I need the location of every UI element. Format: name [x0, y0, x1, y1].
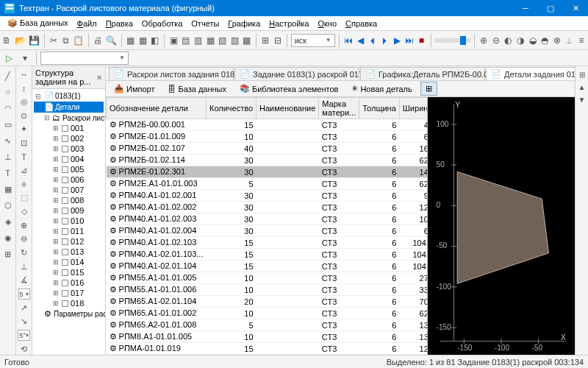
tree-item[interactable]: ⊞010: [34, 216, 104, 226]
grid-header[interactable]: Наименование: [257, 98, 319, 119]
library-button[interactable]: 📚 Библиотека элементов: [234, 82, 343, 96]
project-tree[interactable]: ⊟📄0183(1)📄Детали⊟🗂Раскрои листов⊞001⊞002…: [32, 89, 105, 355]
print-icon[interactable]: 🖨: [93, 33, 104, 48]
tree-item[interactable]: ⊞016: [34, 277, 104, 288]
slider-1[interactable]: [434, 38, 470, 43]
table-row[interactable]: ⚙ РПМ40.А1-02.01.10415СТ36104.5: [107, 261, 429, 272]
rr-b[interactable]: ▲: [577, 82, 587, 92]
table-row[interactable]: ⚙ РПМ2Б-01.02.10740СТ36166: [107, 143, 429, 155]
document-tab[interactable]: 📄Задание 0183(1) раскрой 017 •✕: [234, 67, 359, 80]
rr-c[interactable]: ▼: [577, 94, 587, 105]
table-row[interactable]: ⚙ РПМ2Е-01.02.30130СТ36144: [107, 166, 429, 178]
tb-d[interactable]: ▣: [168, 33, 179, 48]
rail2-p[interactable]: ∡: [18, 275, 31, 286]
tb-b[interactable]: ▦: [137, 33, 148, 48]
rail2-f[interactable]: ⊡: [18, 138, 31, 149]
menu-help[interactable]: Справка: [341, 18, 381, 29]
table-row[interactable]: ⚙ РПМ8.А1-01.01.00510СТ36130: [107, 331, 429, 343]
play-icon[interactable]: ▷: [1, 51, 16, 66]
menu-settings[interactable]: Настройка: [265, 18, 313, 29]
table-row[interactable]: ⚙ РПМ65.А1-01.01.00210СТ36620: [107, 308, 429, 319]
tb-h[interactable]: ▧: [217, 33, 228, 48]
tree-item[interactable]: ⊞001: [34, 123, 104, 133]
open-icon[interactable]: 📂: [14, 33, 26, 48]
rail2-d[interactable]: ⊙: [18, 110, 31, 121]
parts-grid[interactable]: Обозначение деталиКоличествоНаименование…: [106, 97, 428, 355]
tb-p[interactable]: ◑: [515, 33, 526, 48]
table-row[interactable]: ⚙ РПМ2Е-01.01.00910СТ3660: [107, 131, 429, 143]
rail2-r[interactable]: ↘: [18, 316, 31, 328]
grid-header[interactable]: Толщина: [359, 98, 400, 119]
new-icon[interactable]: 🗎: [1, 33, 12, 48]
menu-graphics[interactable]: Графика: [223, 18, 265, 29]
table-row[interactable]: ⚙ РПМ65.А1-02.01.10420СТ36700: [107, 296, 429, 308]
grid-header[interactable]: Марка матери...: [319, 98, 359, 119]
tb-m[interactable]: ⊕: [478, 33, 490, 48]
table-row[interactable]: ⚙ РПМ40.А1-01.02.00230СТ36125: [107, 202, 429, 213]
tree-item[interactable]: ⊞003: [34, 144, 104, 154]
tree-item[interactable]: ⊞017: [34, 288, 104, 298]
grid-header[interactable]: Обозначение детали: [107, 98, 207, 119]
maximize-button[interactable]: ▢: [538, 0, 563, 16]
combo-2[interactable]: ▼: [40, 52, 129, 65]
rail2-j[interactable]: ⬚: [18, 193, 31, 204]
combo-search[interactable]: иск▼: [291, 34, 335, 47]
rail-arc-icon[interactable]: ◠: [1, 102, 15, 115]
tree-close-icon[interactable]: ✕: [96, 74, 102, 82]
rail2-k[interactable]: ◇: [18, 206, 31, 217]
tree-item[interactable]: ⊞008: [34, 195, 104, 205]
tree-item[interactable]: ⊞014: [34, 257, 104, 267]
tree-item[interactable]: ⊞007: [34, 185, 104, 195]
tb-n[interactable]: ⊖: [491, 33, 502, 48]
table-row[interactable]: ⚙ РПМ55.А1-01.01.00610СТ36336: [107, 284, 429, 296]
table-row[interactable]: ⚙ РПМ40.А1-01.02.00130СТ3690: [107, 190, 429, 202]
dd-icon[interactable]: ▾: [18, 51, 32, 66]
nav-prev-icon[interactable]: ◀: [355, 33, 366, 48]
rail2-combo2[interactable]: 5°▾: [18, 330, 30, 341]
rail-a[interactable]: ⬡: [1, 199, 15, 212]
save-icon[interactable]: 💾: [28, 33, 40, 48]
tb-u[interactable]: ≡: [576, 33, 587, 48]
table-row[interactable]: ⚙ РПМ2Б-00.00.00115СТ3640: [107, 119, 429, 131]
tree-item[interactable]: ⊞018: [34, 298, 104, 308]
rail2-g[interactable]: T: [18, 152, 31, 163]
nav-next-icon[interactable]: ▶: [392, 33, 403, 48]
menu-db[interactable]: 📦 База данных: [3, 17, 73, 29]
nav-first-icon[interactable]: ⏮: [343, 33, 354, 48]
tb-k[interactable]: ⊞: [260, 33, 271, 48]
rail2-c[interactable]: ◎: [18, 96, 31, 107]
rail2-combo1[interactable]: 5▾: [18, 289, 30, 300]
new-part-button[interactable]: ✳ Новая деталь: [346, 82, 417, 96]
tb-c[interactable]: ◧: [150, 33, 161, 48]
table-row[interactable]: ⚙ РПМ55.А1-01.01.00510СТ36274: [107, 272, 429, 284]
paste-icon[interactable]: 📋: [72, 33, 85, 48]
rail-d[interactable]: ⊞: [1, 247, 15, 261]
table-row[interactable]: ⚙ РПМ40.А1-02.01.103...15СТ36104.5: [107, 249, 429, 261]
tb-t[interactable]: ⟂: [564, 33, 575, 48]
close-button[interactable]: ✕: [563, 0, 588, 16]
rail2-a[interactable]: ↔: [18, 69, 31, 80]
document-tab[interactable]: 📄Графика:Деталь РПМ2Б-00.00.001✕: [360, 67, 485, 80]
document-tab[interactable]: 📄Детали задания 0183(1)✕: [486, 67, 575, 80]
table-row[interactable]: ⚙ РПМ40.А1-01.02.00330СТ36100: [107, 213, 429, 225]
rail2-i[interactable]: ≡: [18, 179, 31, 190]
document-tab[interactable]: 📄Раскрои листов задания 0183(1)✕: [109, 67, 234, 80]
rail2-l[interactable]: ⊕: [18, 220, 31, 231]
table-row[interactable]: ⚙ РПМ65.А2-01.01.0085СТ36130: [107, 319, 429, 331]
tree-details[interactable]: 📄Детали: [34, 102, 104, 113]
tb-q[interactable]: ◒: [527, 33, 538, 48]
tree-item[interactable]: ⊞011: [34, 226, 104, 236]
tree-item[interactable]: ⊞006: [34, 174, 104, 185]
rail2-b[interactable]: ↕: [18, 83, 31, 94]
view-mode-button[interactable]: ⊞: [420, 82, 437, 96]
tree-item[interactable]: ⊞009: [34, 205, 104, 216]
rail-curve-icon[interactable]: ∿: [1, 134, 15, 147]
nav-back-icon[interactable]: ⏴: [368, 33, 379, 48]
rail2-m[interactable]: ⊖: [18, 234, 31, 245]
stop-icon[interactable]: ■: [416, 33, 427, 48]
tree-item[interactable]: ⊞004: [34, 154, 104, 164]
table-row[interactable]: ⚙ РПМА-01.01.01915СТ36120: [107, 343, 429, 355]
nav-fwd-icon[interactable]: ⏵: [379, 33, 390, 48]
grid-header[interactable]: Ширина: [399, 98, 428, 119]
table-row[interactable]: ⚙ РПМ2Е.А1-01.01.0035СТ36620: [107, 178, 429, 190]
